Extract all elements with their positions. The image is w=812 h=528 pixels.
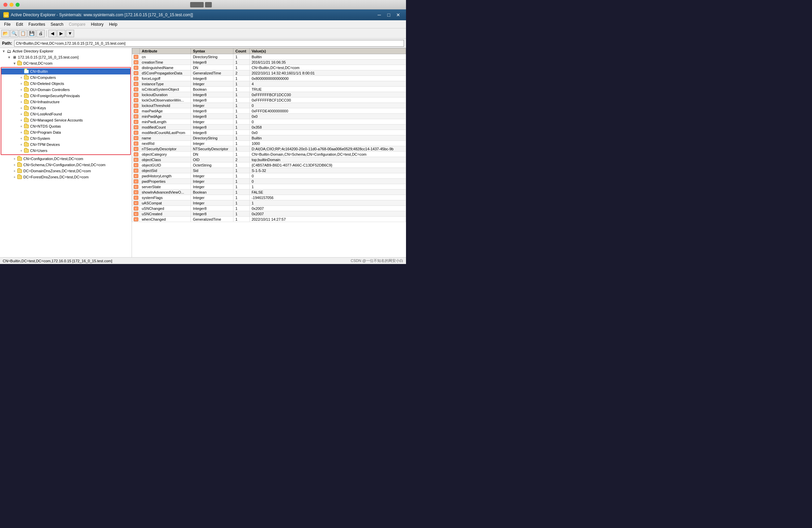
- table-row[interactable]: ▪lockoutThresholdInteger10: [132, 103, 406, 108]
- table-row[interactable]: ▪instanceTypeInteger14: [132, 81, 406, 87]
- restore-win-button[interactable]: □: [385, 12, 393, 18]
- toolbar-print-button[interactable]: 🖨: [37, 30, 45, 37]
- path-input[interactable]: [14, 40, 404, 47]
- tree-item-cn-users[interactable]: + CN=Users: [1, 147, 130, 154]
- table-row[interactable]: ▪uSNCreatedInteger810x2007: [132, 211, 406, 217]
- tree-item-cn-builtin[interactable]: + CN=Builtin: [1, 68, 130, 74]
- attr-name-cell: nextRid: [140, 141, 191, 146]
- tree-item-cn-config[interactable]: + CN=Configuration,DC=test,DC=com: [0, 156, 132, 162]
- attr-value-cell: top;builtinDomain: [249, 157, 406, 162]
- table-row[interactable]: ▪pwdHistoryLengthInteger10: [132, 173, 406, 179]
- table-row[interactable]: ▪modifiedCountInteger810x358: [132, 125, 406, 130]
- attr-name-cell: cn: [140, 54, 191, 60]
- maximize-button[interactable]: [16, 3, 20, 7]
- table-row[interactable]: ▪creationTimeInteger812016/11/21 16:06:3…: [132, 60, 406, 65]
- app-icon: 🗂: [3, 12, 9, 18]
- table-row[interactable]: ▪systemFlagsInteger1-1946157056: [132, 195, 406, 200]
- folder-icon-cn-keys: [24, 105, 29, 110]
- tree-label-cn-users: CN=Users: [30, 148, 47, 153]
- table-row[interactable]: ▪lockOutObservationWin...Integer810xFFFF…: [132, 98, 406, 103]
- table-row[interactable]: ▪objectGUIDOctetString1{C4B57AB9-B6D1-40…: [132, 162, 406, 168]
- table-row[interactable]: ▪isCriticalSystemObjectBoolean1TRUE: [132, 87, 406, 92]
- attr-syntax-cell: Integer8: [191, 98, 233, 103]
- tree-item-dc-test[interactable]: ▼ DC=test,DC=com: [0, 60, 132, 66]
- col-header-value[interactable]: Value(s): [249, 48, 406, 54]
- table-row[interactable]: ▪objectCategoryDN1CN=Builtin-Domain,CN=S…: [132, 152, 406, 157]
- attr-icon: ▪: [134, 136, 139, 140]
- tree-item-cn-fsp[interactable]: + CN=ForeignSecurityPrincipals: [1, 93, 130, 99]
- tree-item-cn-keys[interactable]: + CN=Keys: [1, 105, 130, 111]
- toolbar-back-button[interactable]: ◀: [48, 30, 57, 37]
- attr-count-cell: 1: [233, 108, 249, 114]
- tree-panel[interactable]: ▼ 🗂 Active Directory Explorer ▼ 🖥 172.16…: [0, 48, 132, 257]
- tree-item-cn-tpm[interactable]: + CN=TPM Devices: [1, 142, 130, 147]
- menu-edit[interactable]: Edit: [13, 21, 26, 27]
- toolbar-search-button[interactable]: 🔍: [10, 30, 18, 37]
- tree-item-cn-deleted[interactable]: + CN=Deleted Objects: [1, 81, 130, 87]
- toolbar-forward-button[interactable]: ▶: [57, 30, 65, 37]
- toolbar-dropdown-button[interactable]: ▼: [66, 30, 74, 37]
- tree-item-cn-computers[interactable]: + CN=Computers: [1, 74, 130, 81]
- tree-item-dc-forestdns[interactable]: + DC=ForestDnsZones,DC=test,DC=com: [0, 174, 132, 180]
- col-header-syntax[interactable]: Syntax: [191, 48, 233, 54]
- attr-row-icon-cell: ▪: [132, 211, 140, 217]
- menu-search[interactable]: Search: [48, 21, 66, 27]
- table-row[interactable]: ▪nTSecurityDescriptorNTSecurityDescripto…: [132, 146, 406, 152]
- attr-icon: ▪: [134, 103, 139, 108]
- table-row[interactable]: ▪uASCompatInteger11: [132, 200, 406, 206]
- expand-icon-server: ▼: [7, 55, 12, 60]
- table-row[interactable]: ▪forceLogoffInteger810x8000000000000000: [132, 76, 406, 81]
- table-row[interactable]: ▪objectSidSid1S-1-5-32: [132, 168, 406, 173]
- tree-item-cn-ntds[interactable]: + CN=NTDS Quotas: [1, 123, 130, 129]
- table-row[interactable]: ▪objectClassOID2top;builtinDomain: [132, 157, 406, 162]
- minimize-button[interactable]: [10, 3, 14, 7]
- table-row[interactable]: ▪pwdPropertiesInteger10: [132, 179, 406, 184]
- table-row[interactable]: ▪uSNChangedInteger810x2007: [132, 206, 406, 211]
- tree-item-cn-lostandfound[interactable]: + CN=LostAndFound: [1, 111, 130, 117]
- tree-item-server[interactable]: ▼ 🖥 172.16.0.15 [172_16_0_15.test.com]: [0, 54, 132, 60]
- server-icon: 🖥: [12, 55, 17, 60]
- table-row[interactable]: ▪lockoutDurationInteger810xFFFFFFBCF1DCC…: [132, 92, 406, 98]
- table-row[interactable]: ▪dSCorePropagationDataGeneralizedTime220…: [132, 70, 406, 76]
- attr-name-cell: uASCompat: [140, 200, 191, 206]
- table-row[interactable]: ▪serverStateInteger11: [132, 184, 406, 189]
- tree-item-cn-system[interactable]: + CN=System: [1, 135, 130, 142]
- attr-row-icon-cell: ▪: [132, 92, 140, 98]
- folder-icon-cn-users: [24, 148, 29, 153]
- toolbar-copy-button[interactable]: 📋: [19, 30, 27, 37]
- attr-table[interactable]: Attribute Syntax Count Value(s) ▪cnDirec…: [132, 48, 406, 257]
- table-row[interactable]: ▪distinguishedNameDN1CN=Builtin,DC=test,…: [132, 65, 406, 70]
- close-win-button[interactable]: ✕: [394, 12, 403, 18]
- menu-favorites[interactable]: Favorites: [26, 21, 48, 27]
- table-row[interactable]: ▪cnDirectoryString1Builtin: [132, 54, 406, 60]
- tree-item-cn-progdata[interactable]: + CN=Program Data: [1, 129, 130, 135]
- table-row[interactable]: ▪minPwdLengthInteger10: [132, 119, 406, 125]
- attr-count-cell: 1: [233, 125, 249, 130]
- table-row[interactable]: ▪showInAdvancedViewO...Boolean1FALSE: [132, 189, 406, 195]
- col-header-count[interactable]: Count: [233, 48, 249, 54]
- menu-history[interactable]: History: [88, 21, 106, 27]
- close-button[interactable]: [3, 3, 8, 7]
- col-header-attribute[interactable]: Attribute: [140, 48, 191, 54]
- attr-name-cell: showInAdvancedViewO...: [140, 189, 191, 195]
- tree-item-cn-msa[interactable]: + CN=Managed Service Accounts: [1, 117, 130, 123]
- tree-item-root[interactable]: ▼ 🗂 Active Directory Explorer: [0, 48, 132, 54]
- attr-value-cell: 0: [249, 173, 406, 179]
- minimize-win-button[interactable]: ─: [375, 12, 384, 18]
- menu-help[interactable]: Help: [106, 21, 120, 27]
- tree-item-cn-schema[interactable]: + CN=Schema,CN=Configuration,DC=test,DC=…: [0, 162, 132, 168]
- table-row[interactable]: ▪maxPwdAgeInteger810xFFFDE4000000000: [132, 108, 406, 114]
- table-row[interactable]: ▪nextRidInteger11000: [132, 141, 406, 146]
- table-row[interactable]: ▪minPwdAgeInteger810x0: [132, 114, 406, 119]
- tree-item-dc-domaindns[interactable]: + DC=DomainDnsZones,DC=test,DC=com: [0, 168, 132, 174]
- tree-item-cn-infra[interactable]: + CN=Infrastructure: [1, 99, 130, 105]
- attr-count-cell: 1: [233, 184, 249, 189]
- menu-file[interactable]: File: [1, 21, 13, 27]
- table-row[interactable]: ▪whenChangedGeneralizedTime12022/10/11 1…: [132, 217, 406, 222]
- expand-icon-cn-msa: +: [19, 118, 24, 123]
- toolbar-save-button[interactable]: 💾: [28, 30, 36, 37]
- tree-item-ou-dc[interactable]: + OU=Domain Controllers: [1, 87, 130, 93]
- table-row[interactable]: ▪modifiedCountAtLastPromInteger810x0: [132, 130, 406, 135]
- toolbar-open-button[interactable]: 📂: [1, 30, 10, 37]
- table-row[interactable]: ▪nameDirectoryString1Builtin: [132, 135, 406, 141]
